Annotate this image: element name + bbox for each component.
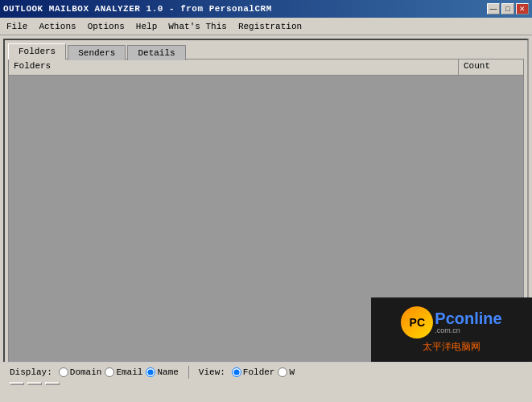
pc-text-block: Pconline .com.cn (435, 310, 501, 334)
table-header: Folders Count (9, 59, 523, 76)
bottom-row1: Display: Domain Email Name View: Folder (10, 366, 522, 379)
radio-email[interactable]: Email (105, 367, 142, 377)
menu-help[interactable]: Help (131, 20, 162, 33)
tab-bar: Folders Senders Details (5, 40, 527, 59)
radio-name[interactable]: Name (146, 367, 178, 377)
chinese-text: 太平洋电脑网 (423, 340, 480, 354)
col-count-header: Count (459, 59, 523, 75)
menu-whats-this[interactable]: What's This (163, 20, 232, 33)
maximize-button[interactable]: □ (501, 3, 514, 14)
tab-senders[interactable]: Senders (68, 45, 126, 60)
radio-name-label: Name (157, 367, 178, 377)
menu-file[interactable]: File (2, 20, 32, 33)
title-bar-text: OUTLOOK MAILBOX ANALYZER 1.0 - from Pers… (3, 4, 272, 14)
watermark-logo: PC Pconline .com.cn 太平洋电脑网 (401, 306, 501, 354)
radio-email-input[interactable] (105, 367, 114, 377)
radio-domain[interactable]: Domain (59, 367, 102, 377)
menu-actions[interactable]: Actions (34, 20, 80, 33)
radio-w-input[interactable] (278, 367, 287, 377)
tab-folders[interactable]: Folders (8, 43, 66, 59)
display-label: Display: (10, 367, 52, 377)
pc-brand-text: Pconline (435, 310, 501, 326)
title-bar-controls: — □ ✕ (487, 3, 529, 14)
separator (188, 366, 189, 379)
menu-bar: File Actions Options Help What's This Re… (0, 18, 532, 35)
pc-domain-text: .com.cn (435, 326, 501, 334)
pc-logo: PC Pconline .com.cn (401, 306, 501, 338)
radio-folder-label: Folder (243, 367, 275, 377)
radio-w-label: W (289, 367, 295, 377)
watermark-area: PC Pconline .com.cn 太平洋电脑网 (371, 297, 532, 362)
action-button-2[interactable] (27, 382, 42, 385)
radio-name-input[interactable] (146, 367, 155, 377)
action-button-3[interactable] (45, 382, 60, 385)
radio-w[interactable]: W (278, 367, 295, 377)
action-button-1[interactable] (10, 382, 24, 385)
view-label: View: (199, 367, 225, 377)
minimize-button[interactable]: — (487, 3, 500, 14)
radio-domain-input[interactable] (59, 367, 68, 377)
close-button[interactable]: ✕ (516, 3, 529, 14)
display-radio-group: Domain Email Name (59, 367, 179, 377)
pc-circle-icon: PC (401, 306, 433, 338)
radio-folder-input[interactable] (232, 367, 241, 377)
tab-details[interactable]: Details (127, 45, 185, 60)
bottom-row2 (10, 382, 522, 385)
menu-registration[interactable]: Registration (233, 20, 307, 33)
menu-options[interactable]: Options (83, 20, 130, 33)
col-folders-header: Folders (9, 59, 459, 75)
radio-domain-label: Domain (70, 367, 102, 377)
title-bar: OUTLOOK MAILBOX ANALYZER 1.0 - from Pers… (0, 0, 532, 18)
view-radio-group: Folder W (232, 367, 295, 377)
bottom-controls: Display: Domain Email Name View: Folder (3, 362, 529, 402)
radio-email-label: Email (116, 367, 142, 377)
radio-folder[interactable]: Folder (232, 367, 275, 377)
